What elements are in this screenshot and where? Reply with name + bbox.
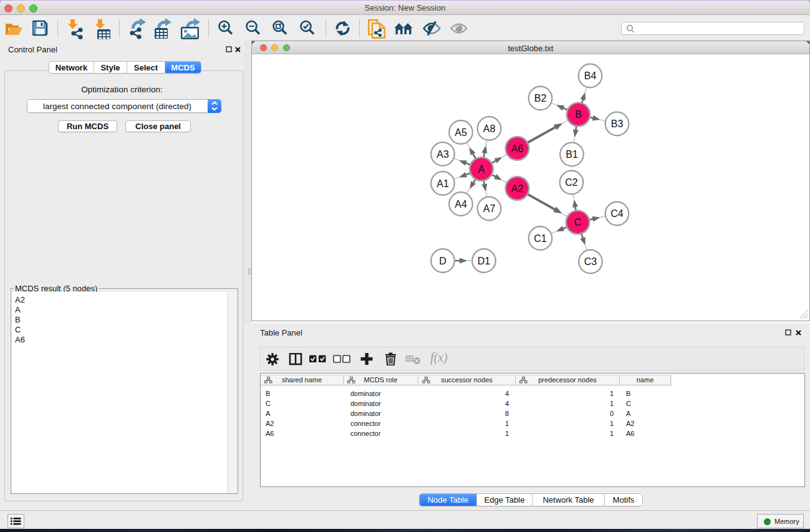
svg-text:C: C (574, 217, 582, 228)
svg-text:B3: B3 (611, 118, 624, 129)
svg-text:C2: C2 (565, 177, 578, 188)
svg-text:B2: B2 (534, 93, 547, 104)
svg-text:A7: A7 (483, 203, 496, 214)
svg-text:C4: C4 (610, 208, 624, 219)
svg-text:A3: A3 (436, 149, 449, 160)
svg-text:B4: B4 (584, 70, 597, 81)
svg-text:A8: A8 (483, 123, 496, 134)
svg-text:D1: D1 (478, 256, 491, 266)
svg-text:B1: B1 (566, 149, 578, 160)
svg-text:A4: A4 (455, 199, 467, 210)
svg-text:C1: C1 (534, 233, 547, 244)
svg-text:C3: C3 (584, 256, 597, 267)
svg-text:A1: A1 (436, 178, 449, 189)
svg-text:A6: A6 (511, 143, 524, 154)
svg-text:D: D (439, 256, 446, 266)
svg-text:B: B (575, 109, 582, 120)
svg-text:A5: A5 (455, 127, 467, 138)
svg-text:A: A (478, 164, 485, 175)
svg-text:A2: A2 (511, 183, 524, 194)
